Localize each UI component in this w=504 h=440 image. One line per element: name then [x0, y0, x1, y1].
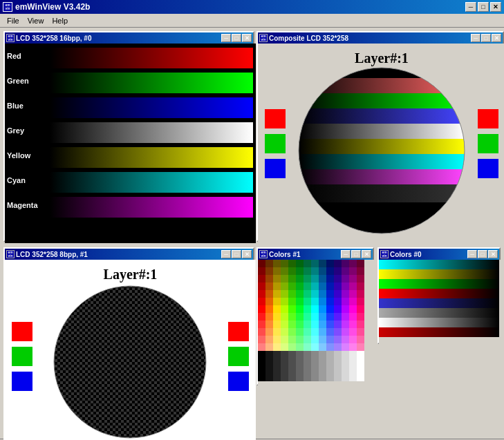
- composite-icon: emvin: [259, 34, 268, 42]
- label-magenta: Magenta: [7, 201, 38, 209]
- colors1-maximize[interactable]: □: [351, 250, 361, 258]
- composite-close[interactable]: ✕: [492, 34, 501, 42]
- bar-green: [50, 73, 253, 93]
- colors0-bar-dark-blue: [379, 298, 499, 308]
- svg-rect-4: [299, 93, 465, 108]
- lcd-bottom-title: LCD 352*258 8bpp, #1: [16, 251, 88, 258]
- menu-bar: File View Help: [0, 14, 504, 28]
- label-yellow: Yellow: [7, 151, 30, 160]
- app-icon: emvin: [3, 2, 12, 12]
- composite-content: Layer#:1: [258, 44, 504, 243]
- swatch-right-red: [478, 109, 498, 128]
- colors1-titlebar: emvin Colors #1 ─ □ ✕: [258, 249, 373, 260]
- label-green: Green: [7, 77, 29, 85]
- app-title: emWinView V3.42b: [15, 2, 90, 12]
- composite-swatches-right: [478, 109, 498, 178]
- colors0-minimize[interactable]: ─: [467, 250, 477, 258]
- label-blue: Blue: [7, 102, 24, 110]
- close-button[interactable]: ✕: [490, 2, 501, 12]
- svg-point-18: [54, 286, 206, 438]
- maximize-button[interactable]: □: [478, 2, 489, 12]
- lcd-top-content: Red Green Blue Grey Yellow Cyan Magenta: [5, 44, 256, 243]
- menu-help[interactable]: Help: [48, 15, 72, 26]
- lcd-top-window: emvin LCD 352*258 16bpp, #0 ─ □ ✕ Red Gr…: [3, 31, 254, 242]
- lcd-bottom-layer-title: Layer#:1: [5, 267, 256, 283]
- svg-rect-7: [299, 139, 465, 154]
- colors0-window: emvin Colors #0 ─ □ ✕: [377, 247, 501, 344]
- lcd-bottom-close[interactable]: ✕: [242, 250, 252, 258]
- colors1-icon: emvin: [259, 250, 268, 258]
- bottom-swatch-right-blue: [228, 372, 249, 391]
- lcd-bottom-content: Layer#:1: [5, 260, 256, 440]
- colors1-close[interactable]: ✕: [362, 250, 371, 258]
- colors0-bar-green: [379, 279, 499, 289]
- colors0-bars: [379, 260, 499, 343]
- colors1-window: emvin Colors #1 ─ □ ✕: [256, 247, 374, 385]
- lcd-bottom-window: emvin LCD 352*258 8bpp, #1 ─ □ ✕ Layer#:…: [3, 247, 254, 440]
- colors1-canvas: [258, 260, 373, 384]
- bar-blue: [50, 97, 253, 118]
- lcd-bottom-swatches-right: [228, 322, 249, 391]
- colors0-close[interactable]: ✕: [488, 250, 498, 258]
- colors1-content: [258, 260, 375, 387]
- bottom-swatch-right-green: [228, 347, 249, 366]
- colors0-content: [379, 260, 502, 345]
- bottom-swatch-left-red: [12, 322, 32, 341]
- bar-cyan: [50, 172, 253, 193]
- svg-rect-5: [299, 108, 465, 124]
- svg-rect-10: [299, 184, 465, 202]
- label-cyan: Cyan: [7, 176, 26, 184]
- lcd-bottom-titlebar: emvin LCD 352*258 8bpp, #1 ─ □ ✕: [5, 249, 253, 260]
- colors0-icon: emvin: [380, 250, 389, 258]
- bottom-swatch-left-green: [12, 347, 32, 366]
- menu-file[interactable]: File: [3, 15, 24, 26]
- lcd-bottom-svg: [5, 260, 256, 440]
- swatch-right-blue: [478, 159, 498, 178]
- bottom-swatch-left-blue: [12, 372, 32, 391]
- svg-rect-8: [299, 154, 465, 169]
- lcd-bottom-minimize[interactable]: ─: [221, 250, 231, 258]
- bar-grey: [50, 122, 253, 143]
- composite-circle-container: Layer#:1: [258, 44, 504, 243]
- composite-svg: [258, 44, 504, 243]
- label-red: Red: [7, 52, 21, 60]
- colors0-titlebar: emvin Colors #0 ─ □ ✕: [379, 249, 499, 260]
- bar-red: [50, 48, 253, 68]
- colors0-bar-cyan: [379, 260, 499, 269]
- lcd-bottom-swatches-left: [12, 322, 32, 391]
- colors0-bar-red: [379, 289, 499, 298]
- lcd-bottom-circle-container: Layer#:1: [5, 260, 256, 440]
- colors0-bar-white: [379, 318, 499, 327]
- color-bar-container: Red Green Blue Grey Yellow Cyan Magenta: [5, 44, 256, 243]
- composite-window: emvin Composite LCD 352*258 ─ □ ✕ Layer#…: [256, 31, 504, 242]
- lcd-top-title: LCD 352*258 16bpp, #0: [16, 35, 92, 42]
- main-area: emvin LCD 352*258 16bpp, #0 ─ □ ✕ Red Gr…: [0, 28, 504, 439]
- colors0-maximize[interactable]: □: [478, 250, 487, 258]
- composite-swatches-left: [265, 109, 286, 178]
- colors1-minimize[interactable]: ─: [341, 250, 351, 258]
- lcd-bottom-icon: emvin: [6, 250, 15, 258]
- lcd-top-titlebar: emvin LCD 352*258 16bpp, #0 ─ □ ✕: [5, 32, 253, 44]
- lcd-top-maximize[interactable]: □: [232, 34, 241, 42]
- composite-maximize[interactable]: □: [481, 34, 491, 42]
- colors0-title: Colors #0: [390, 251, 422, 258]
- lcd-top-icon: emvin: [6, 34, 15, 42]
- main-title-bar: emvin emWinView V3.42b ─ □ ✕: [0, 0, 504, 14]
- svg-rect-9: [299, 169, 465, 184]
- swatch-left-blue: [265, 159, 286, 178]
- lcd-bottom-maximize[interactable]: □: [232, 250, 241, 258]
- minimize-button[interactable]: ─: [465, 2, 476, 12]
- bar-magenta: [50, 197, 253, 218]
- colors0-bar-gray: [379, 308, 499, 318]
- swatch-right-green: [478, 134, 498, 153]
- colors1-title: Colors #1: [269, 251, 301, 258]
- label-grey: Grey: [7, 126, 24, 135]
- svg-rect-6: [299, 124, 465, 139]
- composite-titlebar: emvin Composite LCD 352*258 ─ □ ✕: [258, 32, 503, 44]
- composite-layer-title: Layer#:1: [258, 50, 504, 66]
- lcd-top-close[interactable]: ✕: [242, 34, 252, 42]
- menu-view[interactable]: View: [24, 15, 48, 26]
- composite-title: Composite LCD 352*258: [269, 35, 348, 42]
- composite-minimize[interactable]: ─: [471, 34, 480, 42]
- lcd-top-minimize[interactable]: ─: [221, 34, 231, 42]
